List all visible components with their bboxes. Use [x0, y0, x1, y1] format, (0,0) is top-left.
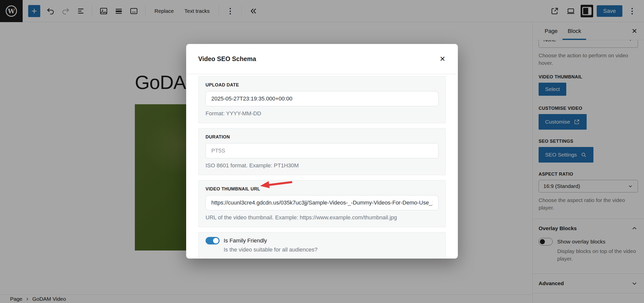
video-seo-schema-modal: Video SEO Schema ✕ UPLOAD DATE Format: Y… — [186, 44, 458, 259]
duration-label: DURATION — [206, 134, 438, 140]
modal-close-button[interactable]: ✕ — [437, 53, 448, 65]
duration-field-group: DURATION ISO 8601 format. Example: PT1H3… — [198, 128, 446, 175]
video-thumbnail-url-label: VIDEO THUMBNAIL URL — [206, 186, 438, 192]
close-icon: ✕ — [439, 55, 445, 63]
duration-input[interactable] — [206, 143, 438, 158]
upload-date-label: UPLOAD DATE — [206, 82, 438, 88]
toggle-knob — [213, 238, 219, 243]
upload-date-input[interactable] — [206, 91, 438, 106]
upload-date-help: Format: YYYY-MM-DD — [206, 110, 438, 117]
modal-title: Video SEO Schema — [198, 55, 256, 63]
family-friendly-label: Is Family Friendly — [224, 237, 267, 244]
family-friendly-toggle[interactable] — [206, 237, 220, 244]
modal-body: UPLOAD DATE Format: YYYY-MM-DD DURATION … — [186, 74, 458, 262]
family-friendly-field-group: Is Family Friendly Is the video suitable… — [198, 232, 446, 258]
modal-header: Video SEO Schema ✕ — [186, 44, 458, 74]
video-thumbnail-url-help: URL of the video thumbnail. Example: htt… — [206, 214, 438, 221]
video-thumbnail-url-field-group: VIDEO THUMBNAIL URL URL of the video thu… — [198, 180, 446, 227]
family-friendly-help: Is the video suitable for all audiences? — [224, 246, 438, 253]
duration-help: ISO 8601 format. Example: PT1H30M — [206, 162, 438, 169]
upload-date-field-group: UPLOAD DATE Format: YYYY-MM-DD — [198, 76, 446, 123]
video-thumbnail-url-input[interactable] — [206, 195, 438, 210]
wordpress-editor: W — [0, 0, 644, 303]
family-friendly-row: Is Family Friendly — [206, 237, 438, 244]
